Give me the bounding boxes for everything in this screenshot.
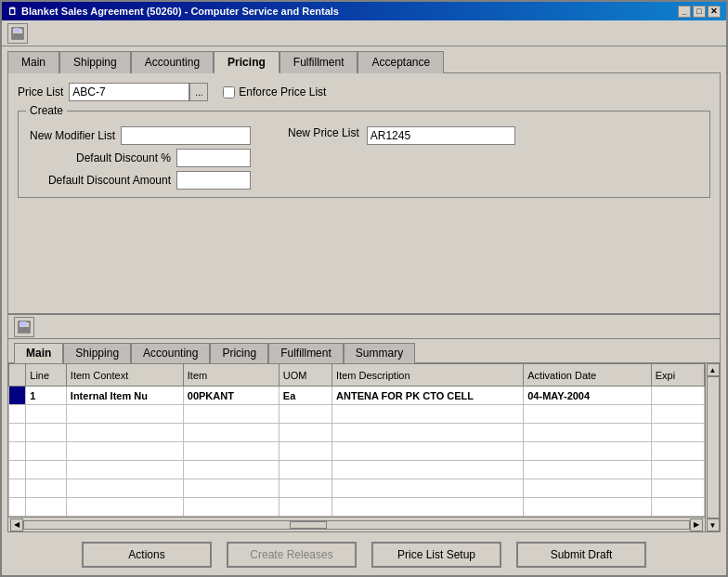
lower-tab-fulfillment[interactable]: Fulfillment [268, 343, 344, 363]
cell-desc [332, 405, 524, 424]
table-row [9, 442, 705, 461]
cell-ic [66, 498, 183, 517]
row-indicator-empty [9, 405, 26, 424]
price-list-input[interactable] [69, 83, 189, 101]
col-expiry-header: Expi [651, 364, 704, 387]
default-discount-input[interactable] [176, 149, 251, 167]
cell-desc [332, 498, 524, 517]
svg-rect-2 [13, 33, 22, 38]
cell-expiry [651, 387, 704, 405]
toolbar-save-button[interactable] [7, 23, 28, 44]
tab-shipping[interactable]: Shipping [59, 51, 131, 73]
cell-exp [651, 461, 704, 479]
default-discount-label: Default Discount % [76, 151, 171, 164]
enforce-price-list-label: Enforce Price List [239, 85, 326, 98]
table-area: Line Item Context Item UOM Item Descript… [8, 362, 720, 531]
svg-rect-4 [20, 321, 26, 326]
svg-rect-1 [14, 28, 20, 33]
cell-activation: 04-MAY-2004 [524, 387, 651, 405]
actions-button[interactable]: Actions [82, 542, 212, 568]
table-header-row: Line Item Context Item UOM Item Descript… [9, 364, 705, 387]
cell-line: 1 [26, 387, 67, 405]
submit-draft-button[interactable]: Submit Draft [516, 542, 646, 568]
new-price-list-input[interactable] [367, 126, 515, 145]
create-left-fields: New Modifier List Default Discount % Def… [30, 126, 251, 190]
cell-item [183, 442, 279, 461]
cell-ic [66, 424, 183, 442]
cell-item [183, 405, 279, 424]
window-title: Blanket Sales Agreement (50260) - Comput… [21, 6, 339, 17]
create-releases-button[interactable]: Create Releases [227, 542, 357, 568]
new-modifier-input[interactable] [121, 126, 251, 145]
cell-uom [279, 424, 332, 442]
scroll-right-button[interactable]: ▶ [690, 518, 703, 531]
scroll-up-button[interactable]: ▲ [707, 363, 720, 376]
cell-line [26, 405, 67, 424]
scroll-down-button[interactable]: ▼ [707, 518, 720, 531]
titlebar-controls: _ □ ✕ [678, 6, 721, 18]
new-modifier-label: New Modifier List [30, 129, 115, 142]
enforce-price-list-checkbox[interactable] [223, 86, 235, 98]
default-discount-amt-input[interactable] [176, 171, 251, 190]
col-item-context-header: Item Context [66, 364, 183, 387]
row-indicator-empty [9, 479, 26, 498]
bottom-buttons: Actions Create Releases Price List Setup… [2, 534, 726, 575]
price-list-input-group: ... [69, 83, 208, 101]
cell-item: 00PKANT [183, 387, 279, 405]
tab-accounting[interactable]: Accounting [131, 51, 214, 73]
scrollbar-thumb[interactable] [290, 521, 327, 529]
col-description-header: Item Description [332, 364, 524, 387]
lower-section: Main Shipping Accounting Pricing Fulfill… [7, 314, 721, 532]
horizontal-scrollbar[interactable]: ◀ ▶ [8, 517, 705, 531]
table-body: 1 Internal Item Nu 00PKANT Ea ANTENA FOR… [9, 387, 705, 517]
cell-line [26, 461, 67, 479]
cell-uom: Ea [279, 387, 332, 405]
cell-line [26, 479, 67, 498]
cell-act [524, 498, 651, 517]
row-indicator-empty [9, 424, 26, 442]
maximize-button[interactable]: □ [693, 6, 706, 18]
table-row [9, 498, 705, 517]
price-list-lookup-button[interactable]: ... [189, 83, 208, 101]
tab-fulfillment[interactable]: Fulfillment [280, 51, 358, 73]
table-scroll-area: Line Item Context Item UOM Item Descript… [8, 363, 705, 531]
cell-line [26, 424, 67, 442]
cell-uom [279, 461, 332, 479]
lower-tab-shipping[interactable]: Shipping [63, 343, 131, 363]
cell-uom [279, 405, 332, 424]
cell-act [524, 405, 651, 424]
price-list-setup-button[interactable]: Price List Setup [371, 542, 501, 568]
col-uom-header: UOM [279, 364, 332, 387]
scroll-left-button[interactable]: ◀ [10, 518, 23, 531]
table-row [9, 461, 705, 479]
lower-tab-main[interactable]: Main [14, 343, 63, 363]
cell-act [524, 442, 651, 461]
table-row: 1 Internal Item Nu 00PKANT Ea ANTENA FOR… [9, 387, 705, 405]
tab-main[interactable]: Main [7, 51, 59, 73]
row-indicator-empty [9, 498, 26, 517]
scrollbar-track [23, 520, 690, 530]
col-indicator-header [9, 364, 26, 387]
lower-tab-summary[interactable]: Summary [344, 343, 415, 363]
lower-tab-pricing[interactable]: Pricing [210, 343, 268, 363]
row-indicator [9, 387, 26, 405]
cell-line [26, 498, 67, 517]
close-button[interactable]: ✕ [708, 6, 721, 18]
cell-ic [66, 405, 183, 424]
lower-toolbar-button[interactable] [14, 317, 34, 337]
minimize-button[interactable]: _ [678, 6, 691, 18]
cell-exp [651, 498, 704, 517]
cell-exp [651, 405, 704, 424]
table-row [9, 424, 705, 442]
tab-acceptance[interactable]: Acceptance [358, 51, 444, 73]
cell-exp [651, 424, 704, 442]
create-right-fields: New Price List [288, 126, 515, 190]
window-icon: 🗒 [7, 6, 18, 17]
lower-tab-accounting[interactable]: Accounting [131, 343, 210, 363]
titlebar: 🗒 Blanket Sales Agreement (50260) - Comp… [2, 2, 726, 20]
new-price-list-label: New Price List [288, 126, 359, 139]
tab-pricing[interactable]: Pricing [214, 51, 280, 73]
vertical-scrollbar: ▲ ▼ [705, 363, 720, 531]
new-modifier-row: New Modifier List [30, 126, 251, 145]
price-list-label: Price List [18, 85, 63, 98]
